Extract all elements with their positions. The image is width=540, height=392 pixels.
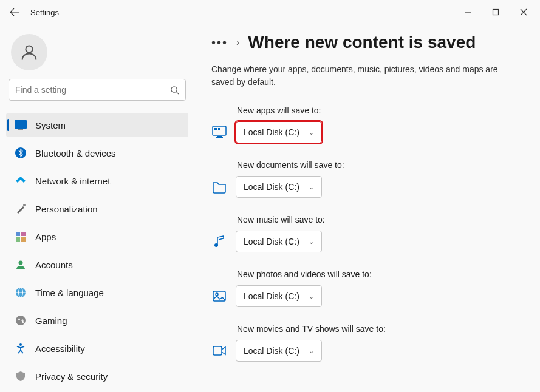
- svg-point-26: [216, 293, 218, 296]
- sidebar-item-label: Privacy & security: [35, 371, 108, 382]
- svg-rect-1: [493, 10, 499, 15]
- page-description: Change where your apps, documents, music…: [211, 63, 521, 89]
- svg-rect-19: [213, 126, 226, 135]
- documents-location-dropdown[interactable]: Local Disk (C:) ⌄: [236, 176, 322, 198]
- sidebar-item-privacy[interactable]: Privacy & security: [6, 364, 188, 388]
- breadcrumb: ••• › Where new content is saved: [211, 33, 523, 52]
- photos-location-dropdown[interactable]: Local Disk (C:) ⌄: [236, 285, 322, 307]
- svg-line-4: [176, 92, 179, 94]
- back-button[interactable]: [2, 0, 27, 24]
- dropdown-value: Local Disk (C:): [244, 182, 299, 192]
- setting-label: New apps will save to:: [237, 106, 523, 115]
- user-avatar[interactable]: [11, 34, 47, 70]
- photos-icon: [211, 288, 227, 304]
- svg-point-18: [19, 343, 22, 346]
- sidebar-item-label: System: [35, 120, 66, 130]
- setting-movies: New movies and TV shows will save to: Lo…: [211, 324, 523, 362]
- svg-rect-25: [213, 291, 225, 301]
- breadcrumb-more-button[interactable]: •••: [211, 36, 228, 50]
- svg-point-3: [171, 86, 177, 92]
- chevron-down-icon: ⌄: [309, 129, 314, 137]
- search-box[interactable]: [9, 79, 186, 101]
- svg-point-13: [19, 261, 23, 265]
- svg-rect-23: [216, 137, 223, 138]
- sidebar-item-label: Time & language: [35, 288, 104, 298]
- setting-photos: New photos and videos will save to: Loca…: [211, 269, 523, 307]
- sidebar-item-personalization[interactable]: Personalization: [6, 197, 188, 221]
- sidebar-nav: System Bluetooth & devices Network & int…: [5, 112, 190, 390]
- apps-icon: [15, 231, 27, 243]
- window-controls: [454, 0, 538, 24]
- sidebar: System Bluetooth & devices Network & int…: [0, 24, 194, 392]
- svg-rect-6: [18, 129, 23, 130]
- video-icon: [211, 343, 227, 359]
- svg-rect-22: [217, 136, 222, 137]
- svg-rect-21: [218, 128, 220, 130]
- maximize-button[interactable]: [482, 0, 510, 24]
- svg-rect-5: [15, 120, 27, 129]
- music-icon: [211, 234, 227, 249]
- wifi-icon: [15, 175, 27, 187]
- svg-rect-20: [214, 128, 217, 130]
- dropdown-value: Local Disk (C:): [244, 127, 299, 137]
- svg-rect-9: [16, 232, 20, 236]
- apps-disk-icon: [211, 124, 227, 140]
- sidebar-item-label: Accessibility: [35, 343, 85, 354]
- shield-icon: [15, 370, 27, 382]
- svg-point-2: [26, 46, 32, 52]
- chevron-down-icon: ⌄: [309, 183, 314, 191]
- sidebar-item-bluetooth[interactable]: Bluetooth & devices: [6, 141, 188, 165]
- sidebar-item-label: Accounts: [35, 260, 73, 270]
- apps-location-dropdown[interactable]: Local Disk (C:) ⌄: [236, 121, 322, 143]
- gaming-icon: [15, 314, 27, 326]
- person-icon: [20, 43, 38, 61]
- setting-documents: New documents will save to: Local Disk (…: [211, 160, 523, 198]
- accessibility-icon: [15, 342, 27, 354]
- dropdown-value: Local Disk (C:): [244, 237, 299, 246]
- svg-rect-12: [21, 237, 26, 242]
- dropdown-value: Local Disk (C:): [244, 291, 299, 301]
- music-location-dropdown[interactable]: Local Disk (C:) ⌄: [236, 231, 322, 252]
- sidebar-item-accessibility[interactable]: Accessibility: [6, 336, 188, 360]
- chevron-down-icon: ⌄: [309, 347, 314, 355]
- svg-rect-27: [213, 346, 222, 355]
- page-title: Where new content is saved: [248, 33, 476, 52]
- chevron-right-icon: ›: [236, 37, 239, 48]
- svg-point-17: [16, 316, 26, 325]
- svg-rect-10: [21, 232, 26, 236]
- sidebar-item-time-language[interactable]: Time & language: [6, 280, 188, 305]
- arrow-left-icon: [10, 7, 19, 17]
- sidebar-item-apps[interactable]: Apps: [6, 225, 188, 249]
- bluetooth-icon: [15, 147, 27, 159]
- sidebar-item-gaming[interactable]: Gaming: [6, 308, 188, 333]
- sidebar-item-label: Personalization: [35, 204, 98, 214]
- main-content: ••• › Where new content is saved Change …: [194, 24, 540, 392]
- sidebar-item-label: Gaming: [35, 316, 67, 326]
- setting-label: New photos and videos will save to:: [237, 269, 523, 279]
- setting-music: New music will save to: Local Disk (C:) …: [211, 215, 523, 252]
- chevron-down-icon: ⌄: [309, 292, 314, 300]
- system-icon: [15, 119, 27, 131]
- sidebar-item-network[interactable]: Network & internet: [6, 169, 188, 193]
- setting-label: New movies and TV shows will save to:: [237, 324, 523, 334]
- globe-icon: [15, 286, 27, 299]
- sidebar-item-label: Bluetooth & devices: [35, 148, 116, 158]
- sidebar-item-system[interactable]: System: [6, 113, 188, 137]
- setting-label: New documents will save to:: [237, 160, 523, 170]
- sidebar-item-accounts[interactable]: Accounts: [6, 252, 188, 277]
- svg-rect-11: [16, 237, 20, 242]
- close-button[interactable]: [510, 0, 538, 24]
- documents-icon: [211, 179, 227, 195]
- maximize-icon: [492, 8, 499, 16]
- movies-location-dropdown[interactable]: Local Disk (C:) ⌄: [236, 340, 322, 362]
- search-input[interactable]: [15, 85, 170, 95]
- svg-point-8: [23, 204, 26, 206]
- accounts-icon: [15, 259, 27, 271]
- setting-label: New music will save to:: [237, 215, 523, 225]
- minimize-icon: [464, 8, 471, 16]
- close-icon: [520, 8, 527, 16]
- sidebar-item-label: Apps: [35, 232, 56, 242]
- paintbrush-icon: [15, 203, 27, 215]
- dropdown-value: Local Disk (C:): [244, 346, 299, 356]
- minimize-button[interactable]: [454, 0, 482, 24]
